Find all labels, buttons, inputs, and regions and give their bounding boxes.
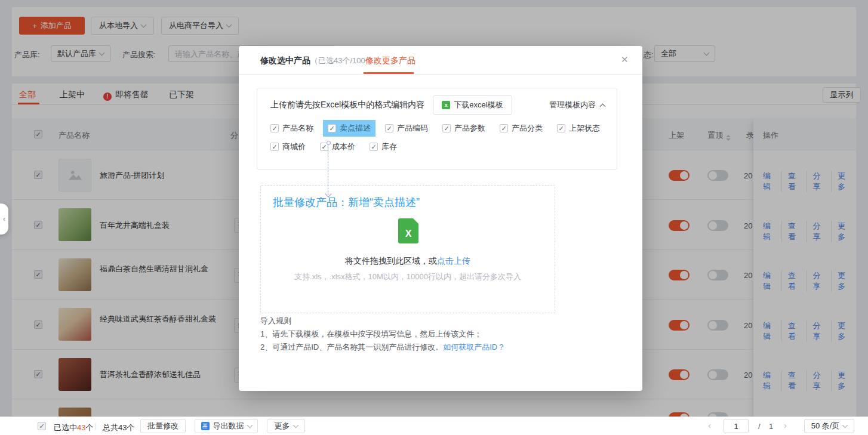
next-page-arrow[interactable]: ›: [784, 420, 787, 430]
active-tab-underline: [364, 72, 414, 74]
checkbox[interactable]: ✓: [442, 124, 451, 132]
field-checkbox-item[interactable]: ✓产品分类: [500, 123, 543, 134]
page-size-select[interactable]: 50 条/页: [804, 419, 854, 433]
field-checkbox-item[interactable]: ✓上架状态: [557, 123, 600, 134]
bottom-bar: ✓ 已选中43个 | 总共43个 批量修改 基 导出数据 更多 ‹ 1 / 1 …: [0, 417, 868, 435]
close-icon[interactable]: ✕: [621, 54, 629, 65]
field-checkbox-item[interactable]: ✓产品名称: [270, 123, 313, 134]
total-pages: 1: [769, 422, 773, 431]
manage-template-toggle[interactable]: 管理模板内容: [549, 100, 605, 110]
total-count-text: 总共43个: [103, 422, 134, 433]
drop-hint: 支持.xls，.xlsx格式，10M以内，10000行以内，超出请分多次导入: [261, 272, 555, 282]
product-management-page: + 添加产品 从本地导入 从电商平台导入 产品库: 默认产品库 产品搜索: 态:…: [0, 0, 868, 435]
field-checkbox-item[interactable]: ✓产品编码: [385, 123, 428, 134]
modal-tab-more-products[interactable]: 修改更多产品: [365, 55, 415, 66]
import-rules: 导入规则 1、请先下载模板，在模板中按字段填写信息，然后上传该文件； 2、可通过…: [260, 314, 505, 354]
rule-1: 1、请先下载模板，在模板中按字段填写信息，然后上传该文件；: [260, 328, 505, 341]
footer-select-checkbox[interactable]: ✓: [38, 422, 46, 430]
modal-tab-selected-products[interactable]: 修改选中产品（已选43个/100个）: [260, 55, 381, 66]
drop-instruction: 将文件拖拽到此区域，或点击上传: [261, 256, 555, 267]
how-to-get-product-id-link[interactable]: 如何获取产品ID？: [443, 343, 505, 351]
field-checkbox-item[interactable]: ✓库存: [370, 141, 397, 152]
chevron-down-icon: [842, 422, 848, 428]
template-fields-box: 上传前请先按Excel模板中的格式编辑内容 x 下载excel模板 管理模板内容…: [257, 88, 617, 170]
chevron-up-icon: [600, 103, 606, 109]
field-checkbox-item[interactable]: ✓产品参数: [442, 123, 485, 134]
export-icon: 基: [201, 422, 210, 430]
template-fields-row2: ✓商城价 ✓成本价 ✓库存: [270, 141, 617, 152]
rules-title: 导入规则: [260, 314, 505, 328]
excel-file-icon: X: [398, 218, 418, 243]
field-checkbox-item[interactable]: ✓成本价: [320, 141, 355, 152]
field-checkbox-item-highlighted[interactable]: ✓卖点描述: [323, 120, 375, 137]
click-upload-link[interactable]: 点击上传: [437, 256, 470, 266]
checkbox[interactable]: ✓: [270, 124, 279, 132]
chevron-down-icon: [293, 422, 298, 428]
footer-divider: |: [94, 421, 96, 430]
checkbox[interactable]: ✓: [557, 124, 565, 132]
checkbox[interactable]: ✓: [500, 124, 508, 132]
page-separator: /: [758, 422, 761, 431]
selected-count: 43: [77, 423, 85, 432]
rule-2: 2、可通过产品ID、产品名称其一识别产品进行修改。如何获取产品ID？: [260, 341, 505, 354]
annotation-text: 批量修改产品：新增“卖点描述”: [273, 195, 420, 209]
bulk-edit-modal: 修改选中产品（已选43个/100个） 修改更多产品 ✕ 上传前请先按Excel模…: [239, 46, 642, 391]
annotation-arrow: [328, 144, 328, 195]
modal-header: 修改选中产品（已选43个/100个） 修改更多产品 ✕: [239, 46, 642, 75]
checkbox[interactable]: ✓: [270, 143, 279, 151]
field-checkbox-item[interactable]: ✓商城价: [270, 141, 306, 152]
chevron-left-icon: ‹: [3, 215, 5, 223]
selected-count-text: 已选中43个: [54, 422, 93, 433]
template-fields-row1: ✓产品名称 ✓卖点描述 ✓产品编码 ✓产品参数 ✓产品分类 ✓上架状态: [270, 123, 617, 134]
download-template-button[interactable]: x 下载excel模板: [433, 95, 512, 115]
template-tip: 上传前请先按Excel模板中的格式编辑内容: [270, 100, 424, 110]
current-page-box[interactable]: 1: [724, 419, 749, 433]
export-data-button[interactable]: 基 导出数据: [195, 419, 258, 433]
collapse-sidebar-handle[interactable]: ‹: [0, 203, 8, 235]
file-drop-zone[interactable]: 批量修改产品：新增“卖点描述” X 将文件拖拽到此区域，或点击上传 支持.xls…: [260, 185, 555, 313]
bulk-edit-button[interactable]: 批量修改: [140, 419, 186, 433]
checkbox[interactable]: ✓: [328, 124, 336, 132]
chevron-down-icon: [247, 422, 253, 428]
checkbox[interactable]: ✓: [385, 124, 393, 132]
prev-page-arrow[interactable]: ‹: [708, 420, 711, 430]
checkbox[interactable]: ✓: [370, 143, 378, 151]
excel-icon: x: [442, 101, 450, 109]
more-actions-button[interactable]: 更多: [267, 419, 305, 433]
